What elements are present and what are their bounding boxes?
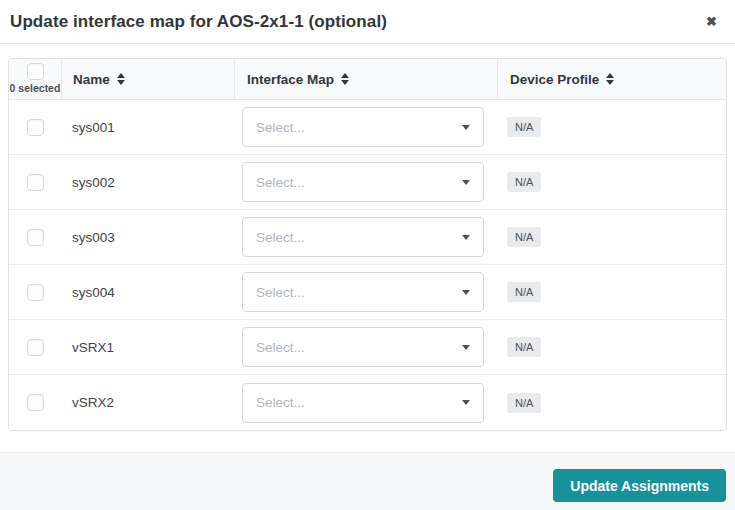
column-header-interface-map[interactable]: Interface Map	[234, 59, 497, 99]
close-icon[interactable]: ✖	[706, 15, 717, 28]
device-table: 0 selected Name Interface Map Device Pro…	[8, 58, 727, 431]
row-checkbox[interactable]	[27, 174, 44, 191]
update-interface-map-modal: Update interface map for AOS-2x1-1 (opti…	[0, 0, 735, 510]
selected-count-label: 0 selected	[10, 82, 61, 94]
row-checkbox-cell	[9, 284, 61, 301]
device-profile-badge: N/A	[507, 393, 541, 413]
row-checkbox[interactable]	[27, 339, 44, 356]
sort-icon[interactable]	[606, 73, 614, 85]
interface-map-select[interactable]: Select...	[242, 217, 484, 257]
column-header-name-label: Name	[73, 72, 110, 87]
device-name: vSRX2	[61, 395, 234, 410]
dropdown-caret-icon	[462, 345, 470, 350]
column-header-name[interactable]: Name	[61, 59, 234, 99]
interface-map-select[interactable]: Select...	[242, 327, 484, 367]
row-checkbox[interactable]	[27, 284, 44, 301]
interface-map-cell: Select...	[234, 107, 497, 147]
device-name: sys001	[61, 120, 234, 135]
device-profile-badge: N/A	[507, 227, 541, 247]
table-row: vSRX2 Select... N/A	[9, 375, 726, 430]
interface-map-placeholder: Select...	[256, 340, 305, 355]
interface-map-select[interactable]: Select...	[242, 272, 484, 312]
interface-map-cell: Select...	[234, 217, 497, 257]
column-header-interface-map-label: Interface Map	[247, 72, 334, 87]
interface-map-cell: Select...	[234, 383, 497, 423]
device-name: sys004	[61, 285, 234, 300]
device-profile-badge: N/A	[507, 337, 541, 357]
device-table-header: 0 selected Name Interface Map Device Pro…	[9, 59, 726, 100]
table-row: sys004 Select... N/A	[9, 265, 726, 320]
modal-title: Update interface map for AOS-2x1-1 (opti…	[10, 12, 387, 32]
interface-map-placeholder: Select...	[256, 175, 305, 190]
dropdown-caret-icon	[462, 235, 470, 240]
update-assignments-button[interactable]: Update Assignments	[553, 469, 726, 502]
device-name: sys003	[61, 230, 234, 245]
table-row: sys002 Select... N/A	[9, 155, 726, 210]
device-table-body: sys001 Select... N/A sys002 Select... N/…	[9, 100, 726, 430]
select-all-checkbox[interactable]	[27, 63, 44, 80]
interface-map-cell: Select...	[234, 327, 497, 367]
row-checkbox[interactable]	[27, 119, 44, 136]
row-checkbox-cell	[9, 339, 61, 356]
device-profile-badge: N/A	[507, 117, 541, 137]
table-row: vSRX1 Select... N/A	[9, 320, 726, 375]
device-name: vSRX1	[61, 340, 234, 355]
device-profile-badge: N/A	[507, 282, 541, 302]
dropdown-caret-icon	[462, 400, 470, 405]
interface-map-placeholder: Select...	[256, 230, 305, 245]
interface-map-placeholder: Select...	[256, 120, 305, 135]
table-row: sys001 Select... N/A	[9, 100, 726, 155]
sort-icon[interactable]	[117, 73, 125, 85]
device-profile-badge: N/A	[507, 172, 541, 192]
row-checkbox-cell	[9, 394, 61, 411]
interface-map-placeholder: Select...	[256, 395, 305, 410]
dropdown-caret-icon	[462, 125, 470, 130]
interface-map-cell: Select...	[234, 162, 497, 202]
device-profile-cell: N/A	[497, 117, 726, 137]
device-profile-cell: N/A	[497, 282, 726, 302]
row-checkbox-cell	[9, 119, 61, 136]
dropdown-caret-icon	[462, 290, 470, 295]
row-checkbox[interactable]	[27, 229, 44, 246]
interface-map-placeholder: Select...	[256, 285, 305, 300]
row-checkbox[interactable]	[27, 394, 44, 411]
device-profile-cell: N/A	[497, 172, 726, 192]
column-header-device-profile[interactable]: Device Profile	[497, 59, 726, 99]
sort-icon[interactable]	[341, 73, 349, 85]
row-checkbox-cell	[9, 229, 61, 246]
interface-map-cell: Select...	[234, 272, 497, 312]
device-name: sys002	[61, 175, 234, 190]
interface-map-select[interactable]: Select...	[242, 383, 484, 423]
modal-footer: Update Assignments	[0, 452, 735, 510]
dropdown-caret-icon	[462, 180, 470, 185]
device-profile-cell: N/A	[497, 227, 726, 247]
select-all-header-cell: 0 selected	[9, 59, 61, 99]
column-header-device-profile-label: Device Profile	[510, 72, 599, 87]
device-profile-cell: N/A	[497, 393, 726, 413]
table-row: sys003 Select... N/A	[9, 210, 726, 265]
device-profile-cell: N/A	[497, 337, 726, 357]
row-checkbox-cell	[9, 174, 61, 191]
interface-map-select[interactable]: Select...	[242, 107, 484, 147]
interface-map-select[interactable]: Select...	[242, 162, 484, 202]
modal-header: Update interface map for AOS-2x1-1 (opti…	[0, 0, 735, 44]
